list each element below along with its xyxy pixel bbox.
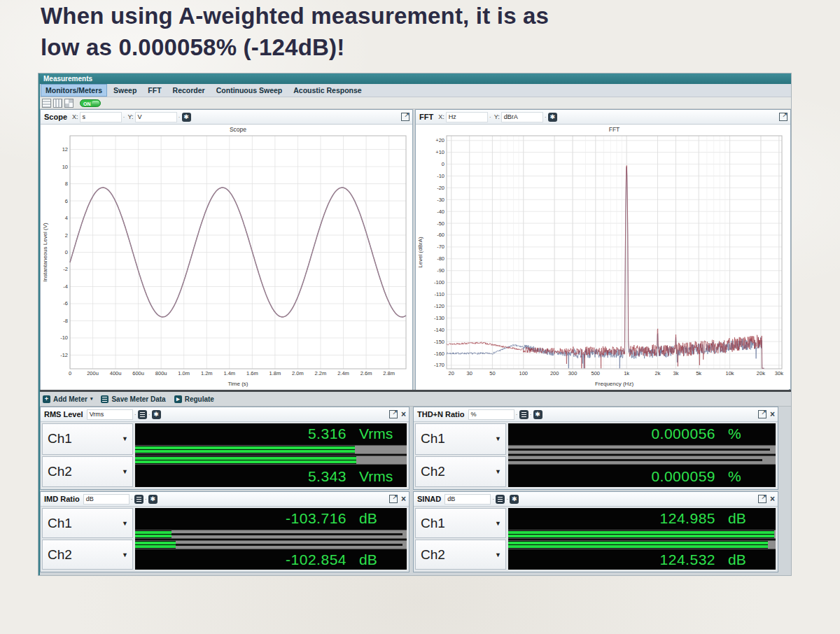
svg-text:30: 30 bbox=[467, 370, 472, 376]
tab-fft[interactable]: FFT bbox=[144, 85, 165, 96]
svg-text:5k: 5k bbox=[696, 370, 701, 376]
bar-meter-style-icon[interactable] bbox=[496, 495, 505, 504]
scope-chart-area: Scope121086420-2-4-6-8-10-12Instantaneou… bbox=[41, 125, 412, 389]
rms-settings-gear-icon[interactable] bbox=[152, 410, 161, 419]
headline-line2: low as 0.000058% (-124dB)! bbox=[41, 31, 549, 63]
svg-text:-4: -4 bbox=[63, 283, 68, 290]
window-titlebar: Measurements bbox=[40, 73, 791, 84]
rms-close-icon[interactable]: × bbox=[401, 411, 406, 418]
imd-close-icon[interactable]: × bbox=[401, 495, 406, 502]
fft-popout-icon[interactable] bbox=[779, 113, 788, 121]
sinad-settings-gear-icon[interactable] bbox=[510, 495, 519, 504]
sinad-popout-icon[interactable] bbox=[758, 495, 766, 503]
bar-meter-style-icon[interactable] bbox=[134, 495, 144, 504]
scope-y-label: Y: bbox=[128, 113, 134, 120]
chevron-down-icon: ▼ bbox=[495, 435, 501, 442]
svg-text:30k: 30k bbox=[775, 370, 783, 376]
sinad-close-icon[interactable]: × bbox=[770, 495, 775, 502]
layout-quad-icon[interactable] bbox=[64, 99, 74, 108]
dot-separator: · bbox=[506, 495, 508, 502]
scope-x-unit-select[interactable]: s bbox=[80, 112, 122, 122]
rms-ch1-selector[interactable]: Ch1 ▼ bbox=[42, 423, 133, 455]
rms-level-header: RMS Level Vrms · · × bbox=[41, 407, 409, 422]
layout-split-icon[interactable] bbox=[53, 99, 62, 108]
imd-unit-select[interactable]: dB bbox=[83, 494, 130, 505]
svg-text:Instantaneous Level (V): Instantaneous Level (V) bbox=[42, 223, 48, 282]
rms-popout-icon[interactable] bbox=[389, 410, 398, 418]
thdn-close-icon[interactable]: × bbox=[770, 411, 775, 418]
save-meter-data-icon bbox=[101, 395, 108, 403]
imd-ratio-header: IMD Ratio dB · · × bbox=[41, 492, 409, 507]
tab-acoustic-response[interactable]: Acoustic Response bbox=[289, 85, 365, 96]
svg-text:-12: -12 bbox=[60, 352, 68, 358]
imd-ch2-display: -102.854 dB bbox=[135, 550, 407, 570]
tab-continuous-sweep[interactable]: Continuous Sweep bbox=[212, 85, 287, 96]
scope-y-unit-select[interactable]: V bbox=[135, 112, 177, 122]
scope-settings-gear-icon[interactable] bbox=[182, 113, 191, 122]
svg-text:500: 500 bbox=[592, 370, 601, 376]
svg-text:-2: -2 bbox=[63, 266, 68, 272]
tab-monitors-meters[interactable]: Monitors/Meters bbox=[41, 85, 106, 96]
tab-sweep[interactable]: Sweep bbox=[109, 85, 141, 96]
thdn-ch2-selector[interactable]: Ch2 ▼ bbox=[415, 456, 506, 488]
fft-header: FFT X: Hz · Y: dBrA · bbox=[416, 110, 790, 125]
dot-separator: · bbox=[134, 411, 136, 418]
imd-ch1-selector[interactable]: Ch1 ▼ bbox=[42, 508, 133, 538]
svg-text:10: 10 bbox=[62, 164, 68, 170]
scope-popout-icon[interactable] bbox=[401, 113, 410, 121]
svg-text:+20: +20 bbox=[435, 137, 444, 143]
add-meter-label: Add Meter bbox=[53, 395, 88, 403]
chevron-down-icon: ▼ bbox=[122, 435, 128, 442]
svg-text:FFT: FFT bbox=[609, 126, 620, 133]
thdn-settings-gear-icon[interactable] bbox=[533, 410, 542, 419]
svg-text:-170: -170 bbox=[434, 362, 444, 368]
fft-y-unit-select[interactable]: dBrA bbox=[501, 112, 543, 122]
meter-toolbar: Add Meter ▾ Save Meter Data Regulate bbox=[40, 392, 791, 407]
meters-grid: RMS Level Vrms · · × Ch1 ▼ Ch2 ▼ bbox=[40, 407, 791, 575]
fft-chart: FFT+20+100-10-20-30-40-50-60-70-80-90-10… bbox=[416, 125, 789, 390]
sinad-header: SINAD dB · · × bbox=[414, 492, 778, 507]
svg-text:6: 6 bbox=[65, 198, 68, 204]
save-meter-data-button[interactable]: Save Meter Data bbox=[101, 395, 165, 403]
regulate-label: Regulate bbox=[185, 395, 214, 403]
add-meter-button[interactable]: Add Meter ▾ bbox=[43, 395, 92, 403]
generator-on-toggle[interactable]: ON bbox=[80, 99, 101, 107]
imd-settings-gear-icon[interactable] bbox=[148, 495, 158, 504]
rms-ch1-bar bbox=[135, 444, 407, 455]
sinad-ch2-selector[interactable]: Ch2 ▼ bbox=[415, 540, 506, 570]
svg-text:0: 0 bbox=[442, 161, 444, 167]
svg-text:50: 50 bbox=[489, 370, 495, 376]
fft-y-label: Y: bbox=[494, 113, 500, 120]
fft-chart-area: FFT+20+100-10-20-30-40-50-60-70-80-90-10… bbox=[416, 125, 790, 389]
bar-meter-style-icon[interactable] bbox=[519, 410, 528, 419]
rms-ch2-selector[interactable]: Ch2 ▼ bbox=[42, 456, 133, 488]
bar-meter-style-icon[interactable] bbox=[138, 410, 147, 419]
sinad-unit-select[interactable]: dB bbox=[444, 494, 491, 505]
svg-text:-80: -80 bbox=[437, 255, 444, 262]
svg-text:-100: -100 bbox=[434, 279, 444, 286]
svg-text:4: 4 bbox=[65, 215, 68, 221]
scope-panel: Scope X: s · Y: V · Scope121086420-2-4-6… bbox=[40, 109, 413, 390]
chevron-down-icon: ▼ bbox=[122, 551, 128, 558]
tab-recorder[interactable]: Recorder bbox=[169, 85, 209, 96]
fft-settings-gear-icon[interactable] bbox=[548, 113, 557, 122]
svg-text:Time (s): Time (s) bbox=[227, 381, 248, 387]
rms-unit-select[interactable]: Vrms bbox=[87, 409, 133, 420]
chevron-down-icon: ▼ bbox=[495, 520, 501, 527]
thdn-ch2-bar bbox=[508, 455, 776, 465]
rms-ch1-display: 5.316 Vrms bbox=[135, 423, 407, 444]
imd-ch2-selector[interactable]: Ch2 ▼ bbox=[42, 540, 133, 570]
chevron-down-icon: ▼ bbox=[122, 520, 128, 527]
sinad-ch1-selector[interactable]: Ch1 ▼ bbox=[415, 508, 506, 538]
thdn-popout-icon[interactable] bbox=[758, 410, 766, 418]
thdn-unit-select[interactable]: % bbox=[468, 409, 514, 420]
dot-separator: · bbox=[530, 411, 532, 418]
svg-text:2.8m: 2.8m bbox=[383, 370, 395, 376]
dot-separator: · bbox=[489, 113, 491, 120]
thdn-ch1-display: 0.000056 % bbox=[508, 423, 776, 444]
regulate-button[interactable]: Regulate bbox=[174, 395, 214, 403]
layout-single-icon[interactable] bbox=[42, 99, 51, 108]
fft-x-unit-select[interactable]: Hz bbox=[446, 112, 488, 122]
thdn-ch1-selector[interactable]: Ch1 ▼ bbox=[415, 423, 506, 455]
imd-popout-icon[interactable] bbox=[389, 495, 398, 503]
